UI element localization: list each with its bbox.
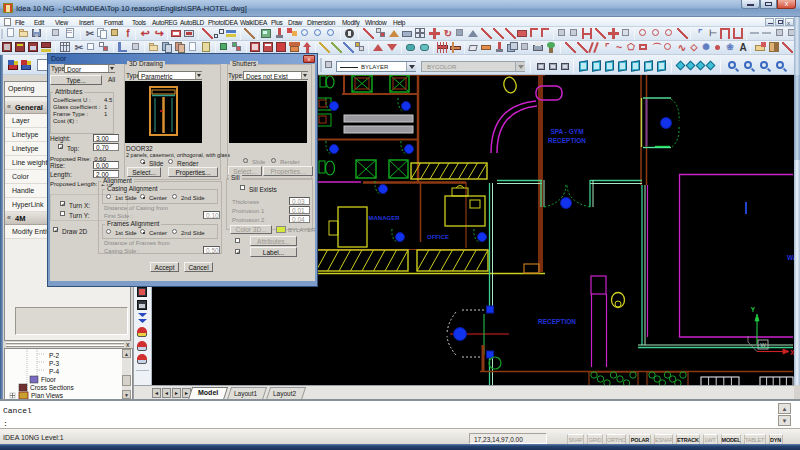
svg-text:RECEPTION: RECEPTION [538,318,576,325]
svg-text:RECEPTION: RECEPTION [548,137,586,144]
svg-text:WAR: WAR [787,254,794,261]
svg-text:X: X [790,349,794,356]
svg-text:P-2: P-2 [49,352,60,359]
svg-text:P-4: P-4 [49,368,60,375]
svg-text:MANAGER: MANAGER [369,215,401,221]
svg-text:P-3: P-3 [49,360,60,367]
svg-text:Cross Sections: Cross Sections [30,384,74,391]
svg-text:W: W [760,342,766,348]
svg-text:OFFICE: OFFICE [427,234,449,240]
svg-text:Y: Y [751,306,756,313]
svg-text:SPA - GYM: SPA - GYM [550,128,583,135]
svg-text:Floor: Floor [41,376,57,383]
svg-text:Plan Views: Plan Views [31,392,64,399]
